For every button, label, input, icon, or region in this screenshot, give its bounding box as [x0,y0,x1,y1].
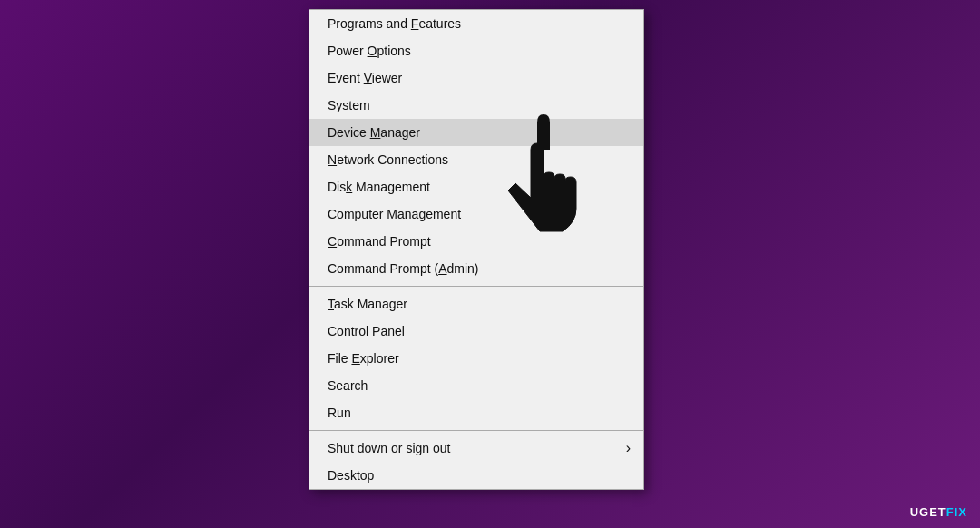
menu-item-computer-management[interactable]: Computer Management [309,200,643,228]
menu-item-network-connections[interactable]: Network Connections [309,146,643,173]
menu-item-file-explorer[interactable]: File Explorer [309,345,643,372]
menu-item-command-prompt-admin[interactable]: Command Prompt (Admin) [309,255,643,282]
menu-item-run[interactable]: Run [309,399,643,426]
menu-item-task-manager[interactable]: Task Manager [309,290,643,318]
context-menu: Programs and Features Power Options Even… [309,9,644,490]
brand-suffix: FIX [946,505,967,519]
menu-item-device-manager[interactable]: Device Manager [309,119,643,146]
menu-item-control-panel[interactable]: Control Panel [309,318,643,345]
separator-1 [309,286,643,287]
menu-item-power-options[interactable]: Power Options [309,37,643,64]
menu-item-disk-management[interactable]: Disk Management [309,173,643,200]
menu-item-desktop[interactable]: Desktop [309,462,643,489]
separator-2 [309,430,643,431]
menu-item-search[interactable]: Search [309,372,643,399]
menu-item-shutdown[interactable]: Shut down or sign out [309,435,643,462]
menu-item-system[interactable]: System [309,92,643,119]
menu-item-programs-features[interactable]: Programs and Features [309,10,643,37]
menu-item-event-viewer[interactable]: Event Viewer [309,64,643,92]
menu-item-command-prompt[interactable]: Command Prompt [309,228,643,255]
brand-logo: UGETFIX [910,505,967,519]
